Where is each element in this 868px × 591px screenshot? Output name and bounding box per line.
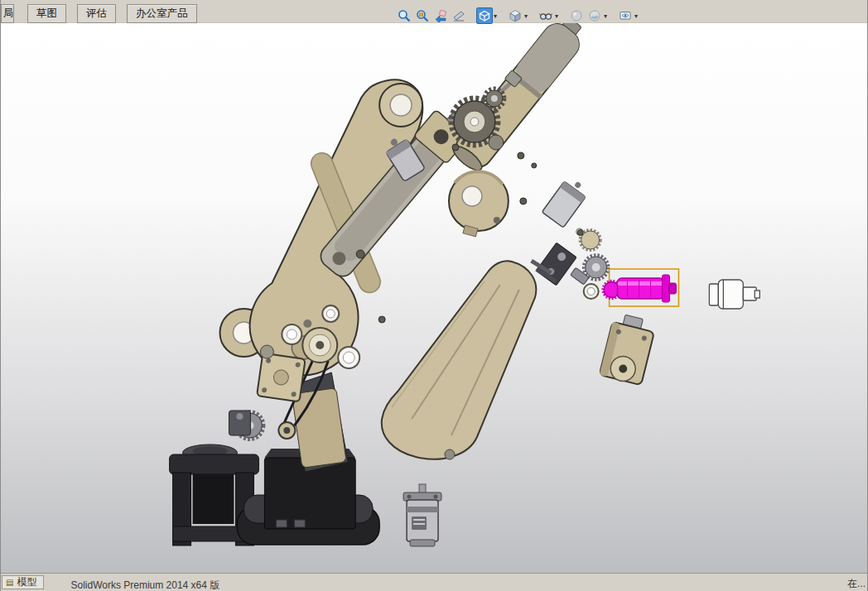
display-style-icon[interactable] (507, 7, 523, 24)
heads-up-view-toolbar: ▾ ▾ ▾ ▾ ▾ (396, 7, 639, 24)
status-bar: ▤ 模型 SolidWorks Premium 2014 x64 版 在... (1, 573, 867, 591)
app-version-text: SolidWorks Premium 2014 x64 版 (70, 579, 219, 591)
display-style-caret-icon[interactable]: ▾ (524, 12, 528, 20)
model-tab-icon: ▤ (6, 578, 13, 587)
tab-office-products[interactable]: 办公室产品 (127, 4, 197, 23)
edit-appearance-icon[interactable] (568, 7, 585, 24)
exploded-assembly-model[interactable] (1, 23, 867, 573)
hide-show-items-icon[interactable] (538, 7, 554, 24)
view-orientation-icon[interactable] (476, 7, 493, 24)
tab-model[interactable]: ▤ 模型 (2, 575, 44, 589)
round-housing-part[interactable] (449, 171, 509, 237)
hide-show-items-caret-icon[interactable]: ▾ (555, 12, 558, 20)
graphics-viewport[interactable] (1, 23, 867, 573)
arm-blade-part[interactable] (382, 261, 537, 459)
zoom-to-area-icon[interactable] (414, 7, 431, 24)
view-settings-icon[interactable] (617, 7, 634, 24)
solidworks-window: 局 草图 评估 办公室产品 ▾ ▾ ▾ (0, 0, 868, 591)
view-settings-caret-icon[interactable]: ▾ (634, 12, 638, 20)
ghost-preview-part[interactable] (709, 280, 760, 309)
apply-scene-caret-icon[interactable]: ▾ (604, 12, 607, 20)
tab-sketch[interactable]: 草图 (27, 4, 66, 23)
view-orientation-caret-icon[interactable]: ▾ (494, 12, 497, 20)
apply-scene-icon[interactable] (586, 7, 603, 24)
model-tab-label: 模型 (17, 575, 36, 589)
section-view-icon[interactable] (451, 7, 467, 24)
bottom-servo-motor-part[interactable] (403, 484, 441, 546)
selected-part[interactable] (603, 269, 679, 306)
status-right-text: 在... (847, 577, 867, 591)
zoom-to-fit-icon[interactable] (396, 7, 412, 24)
previous-view-icon[interactable] (432, 7, 449, 24)
right-gear-cluster-part[interactable] (530, 175, 608, 299)
tab-evaluate[interactable]: 评估 (77, 4, 116, 23)
pivot-block-part[interactable] (599, 312, 656, 386)
tab-layout-partial[interactable]: 局 (1, 4, 14, 23)
